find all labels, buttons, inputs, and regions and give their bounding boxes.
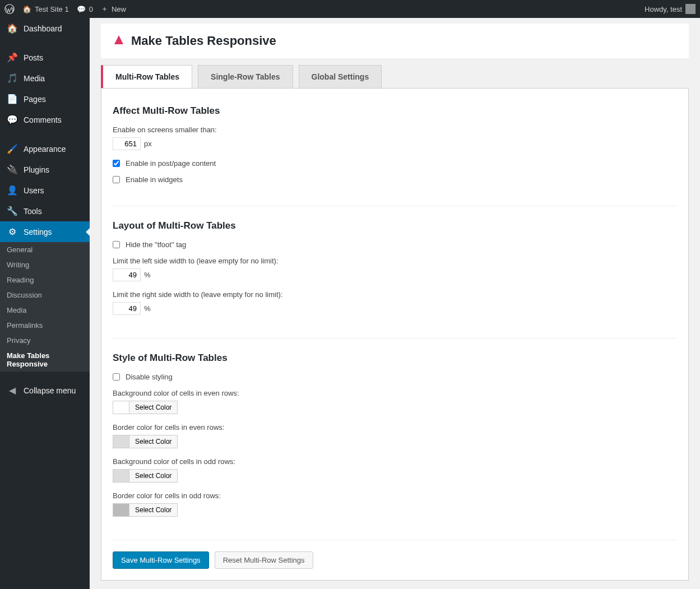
tab-global[interactable]: Global Settings <box>299 65 382 88</box>
submenu-privacy[interactable]: Privacy <box>0 333 90 348</box>
bg-even-select-button[interactable]: Select Color <box>129 401 178 414</box>
hide-tfoot-label: Hide the "tfoot" tag <box>126 240 186 249</box>
menu-comments[interactable]: 💬Comments <box>0 109 90 130</box>
page-icon: 📄 <box>7 94 18 104</box>
menu-collapse[interactable]: ◀Collapse menu <box>0 380 90 401</box>
enable-content-checkbox[interactable] <box>113 160 120 167</box>
section-style: Style of Multi-Row Tables Disable stylin… <box>113 338 677 540</box>
dashboard-icon: 🏠 <box>7 23 18 34</box>
collapse-icon: ◀ <box>7 385 18 396</box>
submenu-permalinks[interactable]: Permalinks <box>0 318 90 333</box>
save-button[interactable]: Save Multi-Row Settings <box>113 551 209 569</box>
submenu-general[interactable]: General <box>0 242 90 257</box>
bg-odd-select-button[interactable]: Select Color <box>129 469 178 483</box>
menu-separator <box>0 41 90 44</box>
new-label: New <box>112 5 126 13</box>
enable-on-label: Enable on screens smaller than: <box>113 126 677 134</box>
menu-dashboard[interactable]: 🏠Dashboard <box>0 18 90 39</box>
enable-on-unit: px <box>144 140 152 148</box>
comments-link[interactable]: 💬 0 <box>77 5 93 13</box>
howdy-text: Howdy, test <box>645 5 682 13</box>
border-even-select-button[interactable]: Select Color <box>129 435 178 448</box>
border-odd-label: Border color for cells in odd rows: <box>113 491 677 500</box>
border-odd-swatch[interactable] <box>113 503 129 517</box>
right-limit-input[interactable] <box>113 302 141 315</box>
submenu-media[interactable]: Media <box>0 303 90 318</box>
menu-tools[interactable]: 🔧Tools <box>0 201 90 221</box>
menu-separator <box>0 133 90 136</box>
section-style-heading: Style of Multi-Row Tables <box>113 353 677 364</box>
menu-separator <box>0 374 90 377</box>
brush-icon: 🖌️ <box>7 143 18 154</box>
new-link[interactable]: ＋ New <box>101 4 126 14</box>
menu-appearance[interactable]: 🖌️Appearance <box>0 138 90 159</box>
bg-even-label: Background color of cells in even rows: <box>113 389 677 397</box>
site-link[interactable]: 🏠 Test Site 1 <box>22 5 69 13</box>
menu-plugins[interactable]: 🔌Plugins <box>0 159 90 180</box>
howdy-link[interactable]: Howdy, test <box>645 4 696 14</box>
submenu-discussion[interactable]: Discussion <box>0 287 90 303</box>
wp-logo[interactable] <box>4 4 15 14</box>
submenu-make-tables[interactable]: Make Tables Responsive <box>0 348 90 372</box>
comments-count: 0 <box>89 5 93 13</box>
section-layout: Layout of Multi-Row Tables Hide the "tfo… <box>113 206 677 338</box>
border-even-swatch[interactable] <box>113 435 129 448</box>
submenu-reading[interactable]: Reading <box>0 272 90 287</box>
site-name: Test Site 1 <box>35 5 69 13</box>
wrench-icon: 🔧 <box>7 206 18 216</box>
left-limit-label: Limit the left side width to (leave empt… <box>113 257 677 265</box>
comment-icon: 💬 <box>7 114 18 125</box>
right-limit-unit: % <box>144 304 151 313</box>
right-limit-label: Limit the right side width to (leave emp… <box>113 290 677 299</box>
enable-widgets-checkbox[interactable] <box>113 176 120 183</box>
plugin-logo-icon <box>112 34 126 48</box>
user-icon: 👤 <box>7 185 18 196</box>
menu-settings[interactable]: ⚙Settings <box>0 221 90 242</box>
menu-posts[interactable]: 📌Posts <box>0 47 90 68</box>
menu-media[interactable]: 🎵Media <box>0 68 90 89</box>
sliders-icon: ⚙ <box>7 226 18 237</box>
bg-odd-label: Background color of cells in odd rows: <box>113 457 677 466</box>
bg-even-swatch[interactable] <box>113 401 129 414</box>
enable-on-input[interactable] <box>113 137 141 150</box>
reset-button[interactable]: Reset Multi-Row Settings <box>215 551 313 569</box>
page-header: Make Tables Responsive <box>101 24 689 58</box>
page-title: Make Tables Responsive <box>131 34 276 48</box>
media-icon: 🎵 <box>7 73 18 84</box>
plug-icon: 🔌 <box>7 164 18 175</box>
enable-widgets-label: Enable in widgets <box>126 175 183 184</box>
tab-multi-row[interactable]: Multi-Row Tables <box>101 65 192 88</box>
submenu-writing[interactable]: Writing <box>0 257 90 272</box>
comment-icon: 💬 <box>77 5 86 13</box>
hide-tfoot-checkbox[interactable] <box>113 241 120 248</box>
pin-icon: 📌 <box>7 52 18 63</box>
home-icon: 🏠 <box>22 5 31 13</box>
menu-pages[interactable]: 📄Pages <box>0 89 90 109</box>
menu-users[interactable]: 👤Users <box>0 180 90 201</box>
tab-single-row[interactable]: Single-Row Tables <box>198 65 293 88</box>
left-limit-input[interactable] <box>113 268 141 281</box>
section-layout-heading: Layout of Multi-Row Tables <box>113 220 677 231</box>
bg-odd-swatch[interactable] <box>113 469 129 483</box>
section-affect-heading: Affect Multi-Row Tables <box>113 105 677 117</box>
section-affect: Affect Multi-Row Tables Enable on screen… <box>113 100 677 206</box>
disable-styling-label: Disable styling <box>126 373 173 381</box>
plus-icon: ＋ <box>101 4 108 14</box>
avatar <box>685 4 696 14</box>
disable-styling-checkbox[interactable] <box>113 373 120 381</box>
border-odd-select-button[interactable]: Select Color <box>129 503 178 517</box>
left-limit-unit: % <box>144 271 151 279</box>
border-even-label: Border color for cells in even rows: <box>113 423 677 432</box>
enable-content-label: Enable in post/page content <box>126 159 216 168</box>
divider <box>113 540 677 540</box>
